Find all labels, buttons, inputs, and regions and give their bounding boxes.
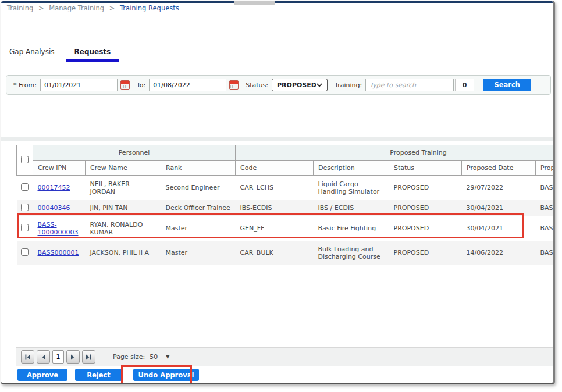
- to-date-label: To:: [137, 81, 145, 89]
- to-date-input[interactable]: [149, 79, 226, 91]
- reject-button[interactable]: Reject: [75, 369, 122, 381]
- app-window: Training > Manage Training > Training Re…: [1, 1, 555, 384]
- breadcrumb-manage-training[interactable]: Manage Training: [49, 4, 104, 12]
- section-divider: [1, 137, 553, 141]
- page-number-input[interactable]: [52, 350, 64, 364]
- description-cell: Basic Fire Fighting: [314, 216, 389, 241]
- rank-cell: Second Engineer: [161, 176, 236, 200]
- first-page-icon: [24, 354, 31, 360]
- top-border-bar: [1, 1, 553, 3]
- code-cell: IBS-ECDIS: [236, 200, 314, 216]
- row-checkbox-cell: [17, 200, 33, 216]
- last-page-button[interactable]: [82, 350, 95, 364]
- row-checkbox[interactable]: [21, 204, 29, 211]
- table-body: 00017452NEIL, BAKER JORDANSecond Enginee…: [17, 176, 556, 265]
- status-select-value: PROPOSED: [277, 81, 316, 89]
- row-checkbox[interactable]: [21, 183, 29, 191]
- proposed-date-cell: 29/07/2022: [462, 176, 536, 200]
- prev-page-icon: [41, 354, 46, 360]
- crew-ipn-cell: 00017452: [33, 176, 86, 200]
- chevron-down-icon: [316, 83, 322, 87]
- status-cell: PROPOSED: [389, 200, 462, 216]
- next-page-button[interactable]: [66, 350, 80, 364]
- training-requests-table: Personnel Proposed Training Crew IPN Cre…: [16, 145, 555, 265]
- tab-bar: Gap Analysis Requests: [1, 41, 553, 62]
- filter-panel: * From: To: Status: PROPOSED Training: 0…: [6, 75, 551, 95]
- crew-ipn-link[interactable]: BASS-1000000003: [38, 221, 79, 236]
- col-header-status: Status: [389, 161, 462, 176]
- page-size-label: Page size:: [113, 353, 145, 361]
- status-cell: PROPOSED: [389, 241, 462, 265]
- table-row: BASS-1000000003RYAN, RONALDO KUMARMaster…: [17, 216, 556, 241]
- training-label: Training:: [335, 81, 362, 89]
- rank-cell: Deck Officer Trainee: [161, 200, 236, 216]
- breadcrumb-training-requests[interactable]: Training Requests: [120, 4, 179, 12]
- proposed-date-cell: 30/04/2021: [462, 200, 536, 216]
- table-row: 00017452NEIL, BAKER JORDANSecond Enginee…: [17, 176, 556, 200]
- description-cell: Liquid Cargo Handling Simulator: [314, 176, 389, 200]
- proposed-by-cell: BASS: [536, 216, 555, 241]
- code-cell: CAR_LCHS: [236, 176, 314, 200]
- proposed-by-cell: BASS: [536, 241, 555, 265]
- prev-page-button[interactable]: [37, 350, 50, 364]
- horizontal-scrollbar-thumb[interactable]: [234, 1, 275, 5]
- tab-requests[interactable]: Requests: [66, 41, 119, 62]
- training-count-box: 0: [455, 79, 474, 91]
- search-button[interactable]: Search: [483, 79, 531, 91]
- undo-approval-button[interactable]: Undo Approval: [133, 369, 199, 381]
- proposed-date-cell: 14/06/2022: [462, 241, 536, 265]
- proposed-training-group-header: Proposed Training: [236, 145, 555, 161]
- col-header-description: Description: [314, 161, 389, 176]
- select-all-checkbox[interactable]: [21, 156, 29, 163]
- tab-gap-analysis[interactable]: Gap Analysis: [6, 41, 58, 62]
- next-page-icon: [70, 354, 76, 360]
- crew-name-cell: RYAN, RONALDO KUMAR: [86, 216, 161, 241]
- crew-name-cell: JIN, PIN TAN: [86, 200, 161, 216]
- col-header-proposed-date: Proposed Date: [462, 161, 536, 176]
- page-size-value[interactable]: 50: [150, 353, 158, 361]
- proposed-by-cell: BASS: [536, 200, 555, 216]
- training-count-link[interactable]: 0: [463, 81, 467, 89]
- rank-cell: Master: [161, 216, 236, 241]
- code-cell: GEN_FF: [236, 216, 314, 241]
- personnel-group-header: Personnel: [33, 145, 236, 161]
- select-all-cell: [17, 145, 33, 176]
- crew-ipn-link[interactable]: 00040346: [38, 204, 70, 212]
- breadcrumb: Training > Manage Training > Training Re…: [7, 4, 179, 12]
- crew-ipn-link[interactable]: BASS000001: [38, 249, 79, 256]
- training-requests-grid: Personnel Proposed Training Crew IPN Cre…: [16, 145, 555, 366]
- status-cell: PROPOSED: [389, 176, 462, 200]
- col-header-rank: Rank: [161, 161, 236, 176]
- training-search-input[interactable]: [365, 79, 454, 91]
- description-cell: Bulk Loading and Discharging Course: [314, 241, 389, 265]
- tab-requests-label: Requests: [74, 48, 111, 56]
- first-page-button[interactable]: [21, 350, 34, 364]
- last-page-icon: [86, 354, 92, 360]
- breadcrumb-training[interactable]: Training: [7, 4, 33, 12]
- action-button-row: Approve Reject Undo Approval: [17, 369, 204, 381]
- proposed-date-cell: 30/04/2021: [462, 216, 536, 241]
- status-label: Status:: [246, 81, 268, 89]
- status-select[interactable]: PROPOSED: [272, 79, 328, 91]
- approve-button[interactable]: Approve: [17, 369, 67, 381]
- crew-ipn-link[interactable]: 00017452: [38, 184, 70, 191]
- row-checkbox[interactable]: [21, 248, 29, 256]
- calendar-icon[interactable]: [120, 80, 130, 90]
- rank-cell: Master: [161, 241, 236, 265]
- crew-ipn-cell: 00040346: [33, 200, 86, 216]
- code-cell: CAR_BULK: [236, 241, 314, 265]
- active-tab-underline: [66, 59, 119, 62]
- table-row: 00040346JIN, PIN TANDeck Officer Trainee…: [17, 200, 556, 216]
- row-checkbox-cell: [17, 176, 33, 200]
- crew-name-cell: JACKSON, PHIL II A: [86, 241, 161, 265]
- page-size-caret-icon[interactable]: ▼: [166, 354, 169, 359]
- description-cell: IBS / ECDIS: [314, 200, 389, 216]
- from-date-input[interactable]: [40, 79, 118, 91]
- row-checkbox-cell: [17, 216, 33, 241]
- row-checkbox[interactable]: [21, 224, 29, 231]
- status-cell: PROPOSED: [389, 216, 462, 241]
- tab-gap-analysis-label: Gap Analysis: [9, 48, 55, 56]
- calendar-icon[interactable]: [229, 80, 239, 90]
- crew-ipn-cell: BASS000001: [33, 241, 86, 265]
- col-header-code: Code: [236, 161, 314, 176]
